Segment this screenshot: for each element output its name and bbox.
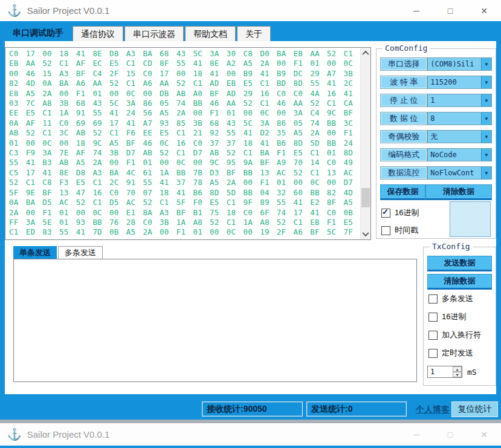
minimize-icon[interactable]: ─ <box>399 423 433 446</box>
chevron-down-icon[interactable]: ▼ <box>481 76 491 88</box>
encoding-label[interactable]: 编码格式 <box>380 148 427 161</box>
baud-rate-label[interactable]: 波 特 率 <box>380 76 427 89</box>
parity-combo[interactable]: 无 ▼ <box>427 130 492 143</box>
hex-display-option[interactable]: 16进制 <box>381 207 419 218</box>
tab-strip: 串口调试助手 通信协议 串口示波器 帮助文档 关于 <box>0 21 501 41</box>
timestamp-checkbox[interactable] <box>381 226 390 235</box>
reset-stats-button[interactable]: 复位统计 <box>451 401 498 417</box>
status-bar: 接收统计:90050 发送统计:0 个人博客 复位统计 <box>0 394 501 420</box>
chevron-down-icon[interactable]: ▼ <box>481 149 491 161</box>
stop-bits-value: 1 <box>430 96 435 105</box>
send-tab-strip: 单条发送 多条发送 <box>13 246 103 259</box>
color-preview-box[interactable] <box>450 201 491 237</box>
spin-down-icon[interactable]: ▼ <box>453 372 462 377</box>
timed-send-option[interactable]: 定时发送 <box>428 348 481 359</box>
encoding-value: NoCode <box>430 151 456 159</box>
clear-receive-button[interactable]: 清除数据 <box>425 184 492 200</box>
chevron-down-icon[interactable]: ▼ <box>481 58 491 70</box>
baud-rate-combo[interactable]: 115200 ▼ <box>427 76 492 89</box>
com-row-baud: 波 特 率 115200 ▼ <box>380 76 492 89</box>
chevron-down-icon[interactable]: ▼ <box>481 112 491 125</box>
scrollbar-thumb[interactable] <box>361 188 370 207</box>
newline-option[interactable]: 加入换行符 <box>428 330 481 340</box>
tab-help[interactable]: 帮助文档 <box>185 26 236 41</box>
hex-line: C3 F9 3A 7E AF 74 3B D7 AB 52 C1 D7 AB 5… <box>9 148 358 158</box>
hex-display-checkbox[interactable] <box>381 209 390 218</box>
multi-send-checkbox[interactable] <box>428 294 438 304</box>
hex-line: 03 7C A8 3B 68 43 5C 3A 86 05 74 BB 46 A… <box>9 99 358 108</box>
save-data-button[interactable]: 保存数据 <box>380 184 425 200</box>
titlebar: ⚓ Sailor Project V0.0.1 ─ □ ✕ <box>0 0 501 21</box>
tab-about[interactable]: 关于 <box>237 26 271 41</box>
interval-input[interactable]: 1 ▲ ▼ <box>427 366 462 378</box>
parity-label[interactable]: 奇偶校验 <box>380 130 427 143</box>
port-select-label[interactable]: 串口选择 <box>380 57 427 71</box>
send-input-area[interactable] <box>13 259 417 382</box>
send-hex-checkbox[interactable] <box>428 313 438 322</box>
chevron-down-icon[interactable]: ▼ <box>481 167 491 179</box>
interval-value: 1 <box>430 368 435 376</box>
hex-line: 0A AF 11 C0 69 69 17 41 A7 93 85 3B 68 4… <box>9 118 358 128</box>
scroll-up-icon[interactable] <box>361 48 370 58</box>
chevron-down-icon[interactable]: ▼ <box>481 94 491 106</box>
stop-bits-combo[interactable]: 1 ▼ <box>427 94 492 107</box>
hex-line: E8 A5 2A 00 F1 01 00 0C 00 DB AB A0 BF A… <box>9 89 358 99</box>
send-data-button[interactable]: 发送数据 <box>427 256 492 271</box>
data-bits-combo[interactable]: 8 ▼ <box>427 112 492 125</box>
send-count-box: 发送统计:0 <box>306 401 407 417</box>
background-window-titlebar[interactable]: ⚓ Sailor Project V0.0.1 ─ □ ✕ <box>0 423 501 446</box>
spin-up-icon[interactable]: ▲ <box>453 366 462 372</box>
anchor-icon: ⚓ <box>7 5 22 16</box>
data-bits-label[interactable]: 数 据 位 <box>380 112 427 125</box>
flow-control-label[interactable]: 数据流控 <box>380 166 427 180</box>
chevron-down-icon[interactable]: ▼ <box>481 131 491 143</box>
hex-line: 2A 00 F1 01 00 0C 00 E1 8A A3 BF B1 75 1… <box>9 208 358 218</box>
hex-line: AB 52 C1 3C AB 52 C1 F6 EE E5 C1 21 92 5… <box>9 128 358 138</box>
tab-oscilloscope[interactable]: 串口示波器 <box>124 26 184 41</box>
clear-send-button[interactable]: 清除数据 <box>427 274 492 290</box>
flow-control-value: NoFlowCont <box>430 169 474 177</box>
minimize-icon[interactable]: ─ <box>399 0 433 21</box>
close-icon[interactable]: ✕ <box>467 0 501 21</box>
encoding-combo[interactable]: NoCode ▼ <box>427 148 492 161</box>
multi-send-option[interactable]: 多条发送 <box>428 293 481 304</box>
maximize-icon[interactable]: □ <box>433 0 467 21</box>
timestamp-option[interactable]: 时间戳 <box>381 225 419 236</box>
scroll-down-icon[interactable] <box>361 229 370 239</box>
main-content: C0 17 00 18 41 8E D8 A3 BA 68 43 5C 3A 3… <box>5 41 496 394</box>
com-config-panel: ComConfig 串口选择 (COM8)Sili ▼ 波 特 率 115200… <box>376 48 496 239</box>
timed-send-label: 定时发送 <box>442 348 473 359</box>
background-window-title: Sailor Project V0.0.1 <box>27 429 110 440</box>
hex-line: 82 4D 0A BA A6 AA 52 C1 A6 AA 52 C1 AD E… <box>9 79 358 88</box>
tab-single-send[interactable]: 单条发送 <box>13 246 57 259</box>
newline-checkbox[interactable] <box>428 331 438 340</box>
window-bottom-border <box>0 446 501 448</box>
hex-line: C1 ED 83 55 41 7D 0B A5 2A 00 F1 01 00 0… <box>9 227 358 237</box>
receive-data-box[interactable]: C0 17 00 18 41 8E D8 A3 BA 68 43 5C 3A 3… <box>5 47 371 240</box>
tab-serial-debug[interactable]: 串口调试助手 <box>5 24 71 41</box>
hex-line: EB AA 52 C1 AF EC E5 C1 CD 8F 55 41 8E A… <box>9 59 358 68</box>
vertical-scrollbar[interactable] <box>360 48 370 239</box>
timed-send-checkbox[interactable] <box>428 349 438 358</box>
app-window: ⚓ Sailor Project V0.0.1 ─ □ ✕ 串口调试助手 通信协… <box>0 0 501 448</box>
hex-line: 52 C1 C8 F3 E5 C1 2C 91 55 41 37 78 A5 2… <box>9 178 358 187</box>
com-row-encoding: 编码格式 NoCode ▼ <box>380 148 492 161</box>
tab-multi-send[interactable]: 多条发送 <box>58 246 103 259</box>
flow-control-combo[interactable]: NoFlowCont ▼ <box>427 166 492 180</box>
blog-link[interactable]: 个人博客 <box>416 404 450 415</box>
hex-line: 55 41 B3 AB A5 2A 00 F1 01 00 0C 00 9C 9… <box>9 158 358 167</box>
send-hex-option[interactable]: 16进制 <box>428 311 481 322</box>
parity-value: 无 <box>430 132 438 142</box>
com-row-parity: 奇偶校验 无 ▼ <box>380 130 492 143</box>
newline-label: 加入换行符 <box>442 330 481 340</box>
close-icon[interactable]: ✕ <box>467 423 501 446</box>
data-bits-value: 8 <box>430 114 435 123</box>
stop-bits-label[interactable]: 停 止 位 <box>380 94 427 107</box>
hex-line: 00 46 15 A3 BF C4 2F 15 C0 17 00 18 41 0… <box>9 69 358 79</box>
port-select-combo[interactable]: (COM8)Sili ▼ <box>427 57 492 71</box>
hex-display-label: 16进制 <box>395 207 419 218</box>
window-title: Sailor Project V0.0.1 <box>27 5 110 16</box>
maximize-icon[interactable]: □ <box>433 423 467 446</box>
tab-protocol[interactable]: 通信协议 <box>73 26 123 41</box>
com-row-databits: 数 据 位 8 ▼ <box>380 112 492 125</box>
